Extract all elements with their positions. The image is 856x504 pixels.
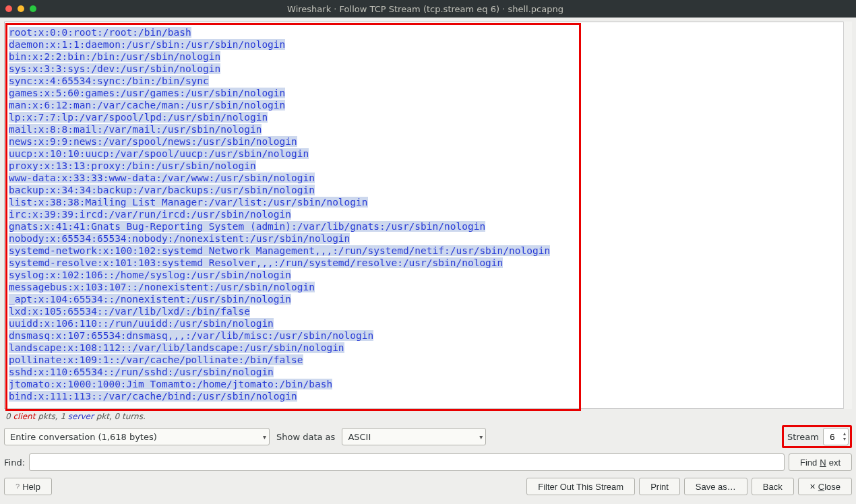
vertical-scrollbar[interactable] xyxy=(843,22,852,409)
back-button[interactable]: Back xyxy=(752,478,794,495)
stream-text-area[interactable]: root:x:0:0:root:/root:/bin/bash daemon:x… xyxy=(4,22,852,409)
close-icon: ✕ xyxy=(809,482,816,491)
show-data-as-label: Show data as xyxy=(276,432,335,442)
chevron-down-icon: ▾ xyxy=(479,433,483,441)
minimize-window-icon[interactable] xyxy=(18,5,24,12)
maximize-window-icon[interactable] xyxy=(30,5,36,12)
titlebar: Wireshark · Follow TCP Stream (tcp.strea… xyxy=(0,0,856,18)
spinner-arrows[interactable]: ▴▾ xyxy=(841,431,848,442)
find-next-button[interactable]: Find Next xyxy=(789,453,852,471)
stream-number-input[interactable] xyxy=(824,431,841,443)
stream-label: Stream xyxy=(787,432,819,442)
close-window-icon[interactable] xyxy=(5,5,12,12)
stream-number-spinner[interactable]: ▴▾ xyxy=(823,428,849,445)
print-button[interactable]: Print xyxy=(639,478,680,495)
encoding-selector[interactable]: ASCII▾ xyxy=(342,428,486,445)
conversation-selector[interactable]: Entire conversation (1,618 bytes)▾ xyxy=(4,428,270,445)
close-button[interactable]: ✕ Close xyxy=(798,478,852,495)
save-as-button[interactable]: Save as… xyxy=(684,478,747,495)
filter-out-stream-button[interactable]: Filter Out This Stream xyxy=(526,478,635,495)
find-input[interactable] xyxy=(29,453,785,471)
help-button[interactable]: ? Help xyxy=(4,478,52,495)
chevron-down-icon: ▾ xyxy=(263,433,266,441)
help-icon: ? xyxy=(16,482,20,491)
find-label: Find: xyxy=(4,458,25,468)
stream-content[interactable]: root:x:0:0:root:/root:/bin/bash daemon:x… xyxy=(5,22,851,408)
annotation-highlight: Stream ▴▾ xyxy=(782,425,852,448)
packet-summary: 0 client pkts, 1 server pkt, 0 turns. xyxy=(4,409,852,422)
window-title: Wireshark · Follow TCP Stream (tcp.strea… xyxy=(36,4,814,14)
